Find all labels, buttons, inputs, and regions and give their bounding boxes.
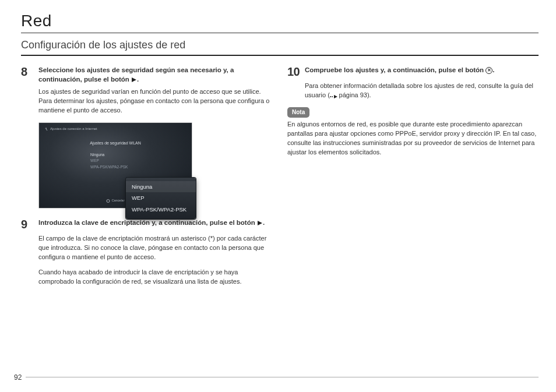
section-title: Configuración de los ajustes de red [21,39,539,51]
page-number: 92 [14,373,22,382]
step-10-paragraph: Para obtener información detallada sobre… [305,82,539,100]
screenshot-security-settings: Ajustes de conexión a Internet Ajustes d… [38,122,192,209]
right-arrow-icon [258,221,262,225]
step-8-tail: . [137,76,139,83]
note-text: En algunos entornos de red, es posible q… [287,120,539,157]
rule-top [21,33,539,33]
tools-icon [44,127,48,131]
step-9-tail: . [263,219,265,226]
two-column-layout: 8 Seleccione los ajustes de seguridad se… [21,65,539,294]
screenshot-field-1: Ninguna [90,152,128,158]
step-9-paragraph-1: El campo de la clave de encriptación mos… [38,234,272,262]
cross-ref-icon [330,95,337,98]
step-number-10: 10 [287,65,302,78]
step-10-header: 10 Compruebe los ajustes y, a continuaci… [287,65,539,78]
screenshot-hint-text: Cancelar [111,199,124,203]
step-10-body: Para obtener información detallada sobre… [305,82,539,100]
column-right: 10 Compruebe los ajustes y, a continuaci… [287,65,539,294]
step-9-heading: Introduzca la clave de encriptación y, a… [38,218,265,227]
note-block: Nota En algunos entornos de red, es posi… [287,107,539,157]
step-9-header: 9 Introduzca la clave de encriptación y,… [21,218,272,231]
step-10-heading: Compruebe los ajustes y, a continuación,… [305,65,495,75]
screenshot-fields: Ninguna WEP WPA-PSK/WPA2-PSK [90,152,128,170]
step-8-header: 8 Seleccione los ajustes de seguridad se… [21,65,272,84]
screenshot-header: Ajustes de seguridad WLAN [90,140,141,146]
step-10-tail: . [492,66,494,73]
step-8-heading: Seleccione los ajustes de seguridad segú… [38,65,272,84]
popup-option-ninguna: Ninguna [126,181,196,193]
screenshot-field-2: WEP [90,158,128,164]
step-8-body: Los ajustes de seguridad varían en funci… [38,87,272,115]
popup-option-wep: WEP [126,192,196,204]
screenshot-field-3: WPA-PSK/WPA2-PSK [90,164,128,170]
note-badge: Nota [287,107,309,118]
screenshot-breadcrumb: Ajustes de conexión a Internet [44,126,97,132]
popup-option-wpa: WPA-PSK/WPA2-PSK [126,204,196,216]
circle-icon [106,199,110,203]
step-9-body: El campo de la clave de encriptación mos… [38,234,272,287]
right-arrow-icon [132,77,136,82]
step-10-text-b: página 93). [337,91,371,98]
step-8-paragraph: Los ajustes de seguridad varían en funci… [38,87,272,115]
step-number-9: 9 [21,218,36,231]
footer-rule [26,377,539,377]
step-10-head-text: Compruebe los ajustes y, a continuación,… [305,66,485,73]
screenshot-breadcrumb-text: Ajustes de conexión a Internet [50,126,97,132]
rule-section [21,55,539,56]
column-left: 8 Seleccione los ajustes de seguridad se… [21,65,272,294]
screenshot-hint: Cancelar [106,199,124,203]
step-9-paragraph-2: Cuando haya acabado de introducir la cla… [38,268,272,287]
x-button-icon: ✕ [485,67,492,74]
step-9-head-text: Introduzca la clave de encriptación y, a… [38,219,257,226]
security-options-popup: Ninguna WEP WPA-PSK/WPA2-PSK [126,178,196,219]
page-title: Red [21,12,539,30]
step-number-8: 8 [21,65,36,78]
